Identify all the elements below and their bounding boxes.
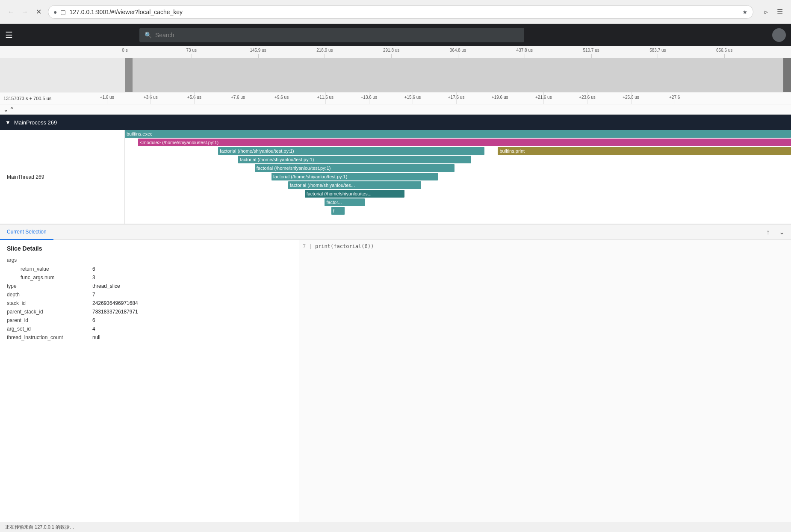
mid-ruler-tick-line <box>456 92 457 104</box>
thread-name: MainThread 269 <box>7 174 44 180</box>
top-ruler-tick-label: 73 us <box>186 48 197 53</box>
detail-row-func-args-num: func_args.num 3 <box>7 273 292 282</box>
top-ruler-tick-line <box>258 54 259 58</box>
detail-row-return-value: return_value 6 <box>7 265 292 273</box>
mid-ruler-tick-line <box>151 92 151 104</box>
detail-row-arg-set-id: arg_set_id 4 <box>7 325 292 333</box>
flame-bar[interactable]: builtins.exec <box>125 130 791 138</box>
back-button[interactable]: ← <box>5 6 17 18</box>
base-time-label: 13157073 s + 700.5 us <box>3 96 63 101</box>
flame-rows: builtins.exec<module> (/home/shiyanlou/t… <box>125 130 791 224</box>
page-icon: ▢ <box>60 9 66 15</box>
detail-key-depth: depth <box>7 292 92 298</box>
flame-bar[interactable]: factorial (/home/shiyanlou/test.py:1) <box>238 156 471 163</box>
top-ruler: 0 s73 us145.9 us218.9 us291.8 us364.8 us… <box>0 46 791 58</box>
hamburger-menu-icon[interactable]: ☰ <box>5 30 13 40</box>
top-ruler-tick-label: 510.7 us <box>583 48 599 53</box>
slice-details-left: Slice Details args return_value 6 func_a… <box>0 240 299 522</box>
detail-key-parent-stack-id: parent_stack_id <box>7 309 92 315</box>
current-selection-tab[interactable]: Current Selection <box>0 225 53 240</box>
mid-ruler-tick-line <box>325 92 326 104</box>
detail-row-type: type thread_slice <box>7 282 292 290</box>
detail-row-depth: depth 7 <box>7 290 292 299</box>
detail-value-parent-stack-id: 7831833726187971 <box>92 309 138 315</box>
top-ruler-tick-label: 364.8 us <box>450 48 466 53</box>
top-ruler-tick-label: 145.9 us <box>250 48 266 53</box>
collapse-row[interactable]: ⌄ ⌃ <box>0 104 791 115</box>
code-preview-line: 7 | print(factorial(6)) <box>303 243 788 249</box>
top-ruler-tick-label: 291.8 us <box>383 48 399 53</box>
detail-key-return-value: return_value <box>7 266 92 272</box>
process-expand-icon[interactable]: ▼ <box>5 119 11 126</box>
panel-up-button[interactable]: ↑ <box>762 226 774 238</box>
top-ruler-tick-label: 583.7 us <box>649 48 666 53</box>
flame-bar[interactable]: factorial (/home/shiyanlou/tes... <box>305 190 405 198</box>
flame-bar[interactable]: factorial (/home/shiyanlou/test.py:1) <box>255 164 455 172</box>
mid-ruler-tick-line <box>369 92 369 104</box>
detail-key-type: type <box>7 283 92 289</box>
profile-button[interactable] <box>772 28 786 42</box>
mid-ruler-tick-line <box>413 92 413 104</box>
mid-ruler-tick-line <box>107 92 107 104</box>
tab-label: Current Selection <box>7 229 47 235</box>
panel-controls: ↑ ⌄ <box>762 226 791 238</box>
args-section-label: args <box>7 257 292 263</box>
top-ruler-tick-label: 0 s <box>122 48 127 53</box>
top-ruler-tick-line <box>192 54 192 58</box>
mid-ruler-tick-line <box>282 92 282 104</box>
slice-details: Slice Details args return_value 6 func_a… <box>0 240 791 522</box>
address-bar[interactable]: ● ▢ 127.0.0.1:9001/#!/viewer?local_cache… <box>48 5 753 19</box>
detail-value-return-value: 6 <box>92 266 95 272</box>
top-ruler-tick-line <box>391 54 392 58</box>
flame-bar[interactable]: builtins.print <box>498 147 791 155</box>
flame-bar[interactable]: factorial (/home/shiyanlou/test.py:1) <box>218 147 484 155</box>
bookmark-star-icon[interactable]: ★ <box>742 9 748 15</box>
mid-ruler-tick-line <box>675 92 675 104</box>
mid-ruler-tick-line <box>543 92 544 104</box>
browser-actions: ▹ ☰ <box>760 6 786 18</box>
process-name: MainProcess 269 <box>14 119 57 126</box>
detail-value-func-args-num: 3 <box>92 275 95 281</box>
forward-button[interactable]: → <box>19 6 31 18</box>
app-toolbar: ☰ 🔍 Search <box>0 24 791 46</box>
nav-buttons: ← → ✕ <box>5 6 44 18</box>
bottom-panel-header: Current Selection ↑ ⌄ <box>0 225 791 240</box>
top-ruler-tick-line <box>525 54 525 58</box>
detail-value-arg-set-id: 4 <box>92 326 95 332</box>
browser-menu-icon[interactable]: ☰ <box>774 6 786 18</box>
mid-ruler-tick-line <box>238 92 238 104</box>
slice-details-right: 7 | print(factorial(6)) <box>299 240 791 522</box>
bottom-panel: Current Selection ↑ ⌄ Slice Details args… <box>0 224 791 522</box>
flame-bar[interactable]: <module> (/home/shiyanlou/test.py:1) <box>138 139 791 146</box>
browser-chrome: ← → ✕ ● ▢ 127.0.0.1:9001/#!/viewer?local… <box>0 0 791 24</box>
process-header[interactable]: ▼ MainProcess 269 <box>0 115 791 130</box>
top-ruler-tick-line <box>658 54 658 58</box>
url-text: 127.0.0.1:9001/#!/viewer?local_cache_key <box>69 9 739 15</box>
stop-button[interactable]: ✕ <box>32 6 44 18</box>
flame-bar[interactable]: factor... <box>325 198 364 206</box>
panel-expand-button[interactable]: ⌄ <box>776 226 788 238</box>
detail-key-arg-set-id: arg_set_id <box>7 326 92 332</box>
slice-details-title: Slice Details <box>7 245 292 252</box>
detail-value-depth: 7 <box>92 292 95 298</box>
search-icon: 🔍 <box>145 32 152 38</box>
detail-row-stack-id: stack_id 2426936496971684 <box>7 299 292 307</box>
detail-value-parent-id: 6 <box>92 317 95 323</box>
detail-key-thread-instruction-count: thread_instruction_count <box>7 334 92 340</box>
expand-icon: ⌃ <box>9 106 15 113</box>
top-ruler-tick-line <box>724 54 725 58</box>
flame-bar[interactable]: factorial (/home/shiyanlou/tes... <box>288 181 422 189</box>
flame-bar[interactable]: factorial (/home/shiyanlou/test.py:1) <box>272 173 438 180</box>
flame-bar[interactable]: f <box>331 207 345 215</box>
mid-ruler-tick-line <box>631 92 632 104</box>
detail-row-parent-id: parent_id 6 <box>7 316 292 325</box>
detail-row-thread-instruction-count: thread_instruction_count null <box>7 333 292 342</box>
firefox-shield-icon[interactable]: ▹ <box>760 6 772 18</box>
thread-label: MainThread 269 <box>0 130 125 224</box>
detail-value-thread-instruction-count: null <box>92 334 100 340</box>
top-ruler-tick-label: 656.6 us <box>716 48 732 53</box>
top-ruler-tick-line <box>591 54 592 58</box>
top-ruler-tick-label: 437.8 us <box>517 48 533 53</box>
search-bar[interactable]: 🔍 Search <box>139 28 524 42</box>
top-ruler-tick-label: 218.9 us <box>316 48 333 53</box>
